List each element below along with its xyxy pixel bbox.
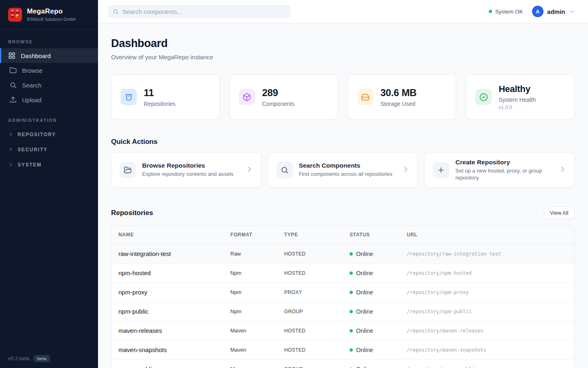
repo-url: /repository/raw-integration-test [407,244,574,263]
repo-type: PROXY [284,283,350,302]
repo-name[interactable]: npm-hosted [111,263,230,283]
quick-action-browse-repositories[interactable]: Browse Repositories Explore repository c… [111,152,261,188]
repo-status: Online [350,347,407,353]
chevron-right-icon [8,132,13,137]
user-menu[interactable]: A admin [532,6,575,17]
plus-icon [437,166,445,174]
qa-card-subtitle: Explore repository contents and assets [142,171,239,177]
repo-name[interactable]: maven-releases [111,321,230,340]
table-row[interactable]: raw-integration-test Raw HOSTED Online /… [111,244,574,263]
sidebar: MegaRepo BSNSoft Solutions GmbH BROWSE D… [0,0,98,368]
table-row[interactable]: npm-proxy Npm PROXY Online /repository/n… [111,283,574,302]
table-row[interactable]: npm-hosted Npm HOSTED Online /repository… [111,263,574,283]
check-circle-icon [479,93,488,101]
table-row[interactable]: maven-snapshots Maven HOSTED Online /rep… [111,340,574,359]
sidebar-item-label: REPOSITORY [18,132,56,137]
sidebar-item-dashboard[interactable]: Dashboard [0,48,98,63]
column-header-name: NAME [111,226,230,244]
repo-status: Online [350,366,407,368]
user-name: admin [547,8,565,15]
table-row[interactable]: maven-public Maven GROUP Online /reposit… [111,359,574,368]
stat-value: Healthy [499,84,536,94]
repo-url: /repository/maven-public [407,359,574,368]
repositories-title: Repositories [111,209,153,217]
table-row[interactable]: maven-releases Maven HOSTED Online /repo… [111,321,574,340]
repo-url: /repository/maven-releases [407,321,574,340]
repo-name[interactable]: maven-public [111,359,230,368]
page-title: Dashboard [111,37,575,50]
sidebar-item-label: Upload [22,96,42,103]
sidebar-item-search[interactable]: Search [0,78,98,92]
stat-icon-tile [357,89,374,105]
sidebar-item-repository[interactable]: REPOSITORY [0,127,98,142]
repo-status: Online [350,289,407,296]
table-row[interactable]: npm-public Npm GROUP Online /repository/… [111,302,574,321]
upload-icon [9,96,17,103]
global-search[interactable] [108,5,291,18]
repo-name[interactable]: raw-integration-test [111,244,230,263]
repo-format: Maven [230,321,284,340]
qa-card-subtitle: Set up a new hosted, proxy, or group rep… [455,168,552,181]
repo-status: Online [350,270,407,276]
stat-version: v1.0.0 [499,105,536,110]
page-subtitle: Overview of your MegaRepo instance [111,54,575,61]
nav-browse-section: BROWSE Dashboard Browse Search Upload [0,30,98,109]
stat-card-repositories: 11 Repositories [111,74,220,120]
dashboard-content: Dashboard Overview of your MegaRepo inst… [98,23,588,368]
stat-icon-tile [239,89,255,105]
stat-card-health: Healthy System Health v1.0.0 [466,74,575,120]
status-dot-icon [350,329,353,332]
repo-type: HOSTED [284,340,350,359]
stat-card-components: 289 Components [229,74,338,120]
system-status: System OK [489,9,523,15]
nav-section-label: BROWSE [0,39,98,44]
repo-format: Npm [230,263,284,283]
status-dot-icon [489,10,492,13]
view-all-button[interactable]: View All [544,206,575,219]
repo-type: GROUP [284,302,350,321]
sidebar-item-label: SECURITY [18,147,47,153]
repo-format: Npm [230,302,284,321]
repo-format: Maven [230,340,284,359]
stat-value: 11 [144,87,176,99]
repo-url: /repository/npm-proxy [407,283,574,302]
column-header-format: FORMAT [230,226,284,244]
quick-action-create-repository[interactable]: Create Repository Set up a new hosted, p… [424,152,575,188]
search-input[interactable] [122,8,286,15]
sidebar-item-system[interactable]: SYSTEM [0,157,98,172]
column-header-type: TYPE [284,226,350,244]
beta-badge: beta [33,355,50,362]
qa-icon-tile [276,162,293,178]
repo-status: Online [350,251,407,257]
qa-card-title: Create Repository [455,159,552,166]
sidebar-item-security[interactable]: SECURITY [0,142,98,157]
stat-label: Storage Used [381,101,417,107]
repo-name[interactable]: npm-proxy [111,283,230,302]
chevron-right-icon [559,165,567,173]
megarepo-logo-icon [8,8,22,22]
package-icon [243,93,251,101]
avatar[interactable]: A [532,6,543,17]
repo-url: /repository/maven-snapshots [407,340,574,359]
repo-name[interactable]: maven-snapshots [111,340,230,359]
folder-icon [9,67,17,74]
status-dot-icon [350,348,353,352]
quick-action-search-components[interactable]: Search Components Find components across… [268,152,418,188]
chevron-down-icon[interactable] [569,9,575,15]
hard-drive-icon [361,93,370,101]
sidebar-item-browse[interactable]: Browse [0,63,98,78]
qa-card-subtitle: Find components across all repositories [299,171,396,177]
qa-icon-tile [433,162,449,178]
sidebar-item-label: Search [22,82,42,89]
repo-status: Online [350,308,407,315]
repo-url: /repository/npm-public [407,302,574,321]
sidebar-item-label: Dashboard [21,52,51,59]
repo-format: Npm [230,283,284,302]
main-column: System OK A admin Dashboard Overview of … [98,0,588,368]
repositories-table: NAME FORMAT TYPE STATUS URL raw-integrat… [111,225,575,368]
topbar: System OK A admin [98,0,588,23]
version-text: v0.2-beta [8,356,29,361]
sidebar-item-upload[interactable]: Upload [0,92,98,107]
search-icon [113,9,119,15]
repo-name[interactable]: npm-public [111,302,230,321]
